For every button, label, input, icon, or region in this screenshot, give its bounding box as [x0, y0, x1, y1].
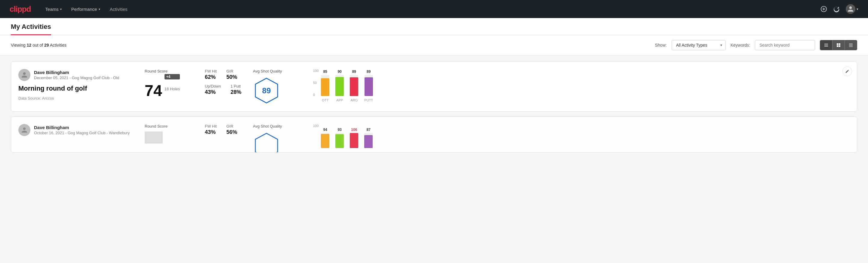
stats-row-2: Up/Down 43% 1 Putt 28%	[205, 84, 253, 95]
activities-list: Dave Billingham December 05, 2021 - Gog …	[0, 55, 868, 158]
gir-value: 50%	[226, 74, 237, 80]
nav-teams[interactable]: Teams ▾	[45, 5, 62, 13]
stats-row-1-2: FW Hit 43% GIR 56%	[205, 124, 253, 136]
bar-putt-container-2	[364, 133, 373, 148]
show-label: Show:	[655, 43, 667, 48]
add-icon[interactable]	[820, 6, 827, 12]
bar-arg: 89 ARG	[350, 69, 358, 102]
bar-ott-fill	[321, 78, 329, 96]
bar-putt-fill	[365, 77, 373, 96]
round-score-section-2: Round Score	[145, 124, 205, 144]
bar-app-fill	[335, 77, 344, 96]
compact-view-icon	[848, 43, 853, 48]
refresh-icon[interactable]	[833, 6, 840, 12]
list-view-icon	[824, 43, 829, 48]
bar-putt-2: 87	[364, 127, 373, 148]
bar-putt-container	[365, 75, 373, 96]
activity-card-2: Dave Billingham October 16, 2021 - Gog M…	[11, 116, 857, 152]
fw-hit-stat-2: FW Hit 43%	[205, 124, 217, 136]
filter-controls: Show: All Activity Types ▾ Keywords:	[655, 40, 857, 50]
bars-container-2: 94 93 106	[318, 124, 850, 148]
bar-arg-fill	[350, 77, 358, 96]
user-name: Dave Billingham	[34, 70, 119, 75]
performance-chevron-icon: ▾	[99, 7, 100, 11]
oneputt-value: 28%	[230, 89, 241, 95]
grid-view-icon	[836, 43, 841, 48]
extra-stats-2: FW Hit 43% GIR 56%	[205, 124, 253, 136]
edit-button[interactable]	[842, 66, 852, 76]
data-source: Data Source: Arccos	[18, 96, 145, 100]
svg-rect-4	[825, 45, 828, 45]
avatar-icon	[21, 71, 28, 78]
hex-score-display: 89	[253, 77, 280, 104]
bar-arg-container-2	[350, 133, 358, 148]
fw-hit-value-2: 43%	[205, 129, 217, 136]
compact-view-button[interactable]	[845, 40, 857, 50]
bar-ott-2: 94	[321, 127, 329, 148]
bar-app-container-2	[335, 133, 344, 148]
page-title: My Activities	[11, 23, 51, 35]
keyword-search-input[interactable]	[755, 40, 815, 50]
svg-rect-12	[849, 46, 852, 46]
grid-view-button[interactable]	[833, 40, 845, 50]
bar-ott-container-2	[321, 133, 329, 148]
filter-bar: Viewing 12 out of 29 Activities Show: Al…	[0, 35, 868, 55]
score-placeholder	[145, 132, 163, 144]
chart-section: 100 50 0 85 OTT 90	[307, 69, 850, 102]
avatar-icon-2	[21, 127, 28, 133]
chart-container: 100 50 0 85 OTT 90	[313, 69, 850, 102]
activity-card: Dave Billingham December 05, 2021 - Gog …	[11, 61, 857, 112]
viewing-text: Viewing 12 out of 29 Activities	[11, 43, 66, 48]
oneputt-stat: 1 Putt 28%	[230, 84, 241, 95]
user-date: December 05, 2021 - Gog Magog Golf Club …	[34, 76, 119, 80]
user-details: Dave Billingham December 05, 2021 - Gog …	[34, 70, 119, 80]
card-user-info: Dave Billingham December 05, 2021 - Gog …	[18, 69, 145, 100]
edit-icon	[845, 69, 849, 74]
gir-label-2: GIR	[226, 124, 237, 128]
hex-shape-2	[253, 132, 280, 152]
oneputt-label: 1 Putt	[230, 84, 241, 88]
list-view-button[interactable]	[820, 40, 833, 50]
score-holes: 18 Holes	[164, 87, 180, 91]
bar-app-2: 93	[335, 127, 344, 148]
gir-value-2: 56%	[226, 129, 237, 136]
nav-activities[interactable]: Activities	[110, 5, 127, 13]
svg-marker-15	[255, 133, 278, 152]
bars-container: 85 OTT 90 APP	[318, 69, 850, 102]
bar-putt-fill-2	[364, 135, 373, 148]
hex-score-value: 89	[262, 86, 271, 95]
round-score-section: Round Score 74 +4 18 Holes	[145, 69, 205, 101]
gir-stat: GIR 50%	[226, 69, 237, 80]
avg-shot-quality-section: Avg Shot Quality 89	[253, 69, 307, 104]
nav-right: ▾	[820, 4, 858, 14]
svg-rect-10	[849, 43, 852, 44]
updown-stat: Up/Down 43%	[205, 84, 221, 95]
nav-performance[interactable]: Performance ▾	[71, 5, 100, 13]
page-header: My Activities	[0, 18, 868, 35]
fw-hit-stat: FW Hit 62%	[205, 69, 217, 80]
score-badge: +4	[164, 74, 180, 80]
hex-score-2	[253, 132, 280, 152]
user-date-2: October 16, 2021 - Gog Magog Golf Club -…	[34, 130, 130, 135]
fw-hit-label-2: FW Hit	[205, 124, 217, 128]
avg-quality-label-2: Avg Shot Quality	[253, 124, 282, 128]
bar-arg-container	[350, 75, 358, 96]
gir-label: GIR	[226, 69, 237, 74]
activity-type-select[interactable]: All Activity Types	[672, 40, 726, 50]
bar-ott-fill-2	[321, 134, 329, 148]
user-avatar-button[interactable]: ▾	[846, 4, 858, 14]
user-avatar	[18, 69, 30, 81]
svg-rect-6	[837, 43, 838, 45]
bar-ott: 85 OTT	[321, 69, 329, 102]
user-details-2: Dave Billingham October 16, 2021 - Gog M…	[34, 125, 130, 135]
bar-arg-fill-2	[350, 133, 358, 148]
round-score-value: 74	[145, 83, 162, 98]
updown-value: 43%	[205, 89, 221, 95]
chart-y-axis: 100 50 0	[313, 69, 318, 102]
chart-section-2: 100 94 93	[307, 124, 850, 148]
score-row: 74 +4 18 Holes	[145, 74, 205, 98]
chart-container-2: 100 94 93	[313, 124, 850, 148]
main-nav: clippd Teams ▾ Performance ▾ Activities …	[0, 0, 868, 18]
bar-app-container	[335, 75, 344, 96]
card-user-info-2: Dave Billingham October 16, 2021 - Gog M…	[18, 124, 145, 140]
